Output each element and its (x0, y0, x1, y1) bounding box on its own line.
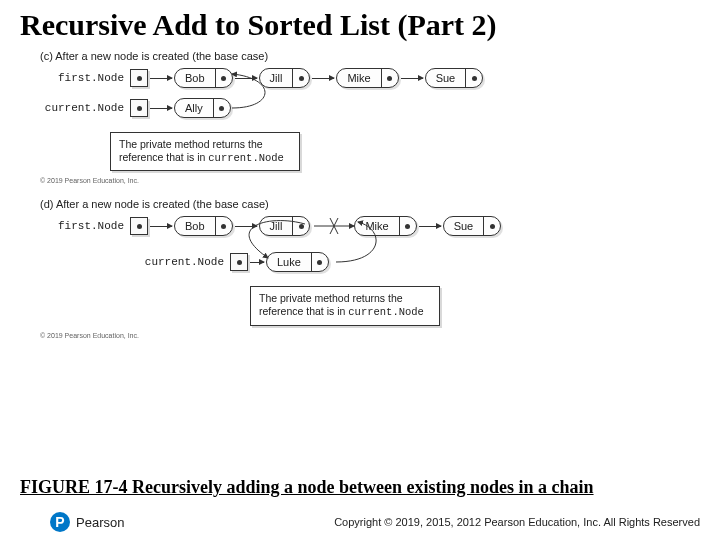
note-text: The private method returns the (119, 138, 263, 150)
current-node-pointer-box (130, 99, 148, 117)
current-row-d: current.Node Luke (40, 252, 720, 272)
node-luke: Luke (266, 252, 329, 272)
first-node-pointer-box (130, 69, 148, 87)
arrow-icon (419, 226, 441, 227)
note-box-d: The private method returns the reference… (250, 286, 440, 325)
node-label: Luke (267, 253, 312, 271)
subfigure-d: (d) After a new node is created (the bas… (40, 198, 720, 338)
current-node-pointer-box (230, 253, 248, 271)
note-code: current.Node (348, 306, 424, 318)
tiny-copyright: © 2019 Pearson Education, Inc. (40, 332, 720, 339)
arrow-icon (235, 226, 257, 227)
first-node-pointer-box (130, 217, 148, 235)
brand-name: Pearson (76, 515, 124, 530)
svg-line-1 (330, 218, 338, 234)
note-text: reference that is in (119, 151, 208, 163)
chain-row-d: first.Node Bob Jill Mike Sue (40, 216, 720, 236)
node-jill: Jill (259, 68, 311, 88)
node-label: Ally (175, 99, 214, 117)
subfigure-c: (c) After a new node is created (the bas… (40, 50, 720, 184)
figure-caption-b: Recursively adding a node between existi… (132, 477, 594, 497)
figure-caption-a: FIGURE 17-4 (20, 477, 132, 497)
node-mike-d: Mike (354, 216, 416, 236)
note-code: current.Node (208, 152, 284, 164)
node-label: Jill (260, 69, 294, 87)
node-mike: Mike (336, 68, 398, 88)
svg-line-2 (330, 218, 338, 234)
note-box-c: The private method returns the reference… (110, 132, 300, 171)
subfigure-c-caption: (c) After a new node is created (the bas… (40, 50, 720, 62)
node-label: Jill (260, 217, 294, 235)
current-node-label: current.Node (40, 102, 130, 114)
arrow-icon (312, 78, 334, 79)
tiny-copyright: © 2019 Pearson Education, Inc. (40, 177, 720, 184)
note-text: The private method returns the (259, 292, 403, 304)
publisher-logo: P Pearson (50, 512, 124, 532)
pearson-p-icon: P (50, 512, 70, 532)
node-bob: Bob (174, 68, 233, 88)
first-node-label: first.Node (40, 220, 130, 232)
current-row-c: current.Node Ally (40, 98, 720, 118)
node-label: Bob (175, 69, 216, 87)
node-label: Mike (355, 217, 399, 235)
first-node-label: first.Node (40, 72, 130, 84)
arrow-icon (150, 108, 172, 109)
node-label: Sue (444, 217, 485, 235)
page-title: Recursive Add to Sorted List (Part 2) (0, 0, 720, 42)
node-sue: Sue (425, 68, 484, 88)
subfigure-d-caption: (d) After a new node is created (the bas… (40, 198, 720, 210)
arrow-icon (235, 78, 257, 79)
current-node-label: current.Node (140, 256, 230, 268)
copyright-footer: Copyright © 2019, 2015, 2012 Pearson Edu… (334, 516, 700, 528)
figure-caption: FIGURE 17-4 Recursively adding a node be… (20, 477, 700, 498)
node-label: Sue (426, 69, 467, 87)
node-label: Mike (337, 69, 381, 87)
arrow-icon (401, 78, 423, 79)
node-bob-d: Bob (174, 216, 233, 236)
node-jill-d: Jill (259, 216, 311, 236)
arrow-icon (150, 226, 172, 227)
arrow-icon (250, 262, 264, 263)
node-sue-d: Sue (443, 216, 502, 236)
node-ally: Ally (174, 98, 231, 118)
arrow-icon (150, 78, 172, 79)
note-text: reference that is in (259, 305, 348, 317)
diagram-area: (c) After a new node is created (the bas… (40, 50, 720, 339)
node-label: Bob (175, 217, 216, 235)
chain-row-c: first.Node Bob Jill Mike Sue (40, 68, 720, 88)
